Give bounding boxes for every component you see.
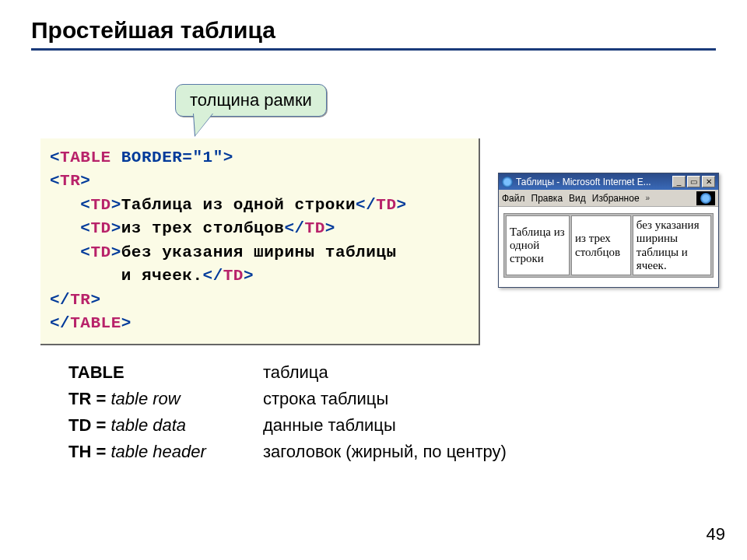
page-number: 49 (707, 524, 725, 544)
code-char: < (80, 243, 90, 261)
code-char: </ (50, 291, 70, 309)
glossary-row: TABLE таблица (68, 362, 507, 383)
code-char: </ (356, 196, 376, 214)
chevron-right-icon[interactable]: » (646, 194, 651, 202)
glossary-row: TH = table header заголовок (жирный, по … (68, 442, 507, 462)
code-char: > (397, 196, 407, 214)
code-char: > (111, 243, 121, 261)
glossary-row: TR = table row строка таблицы (68, 389, 507, 409)
table-cell: из трех столбцов (571, 215, 631, 275)
glossary: TABLE таблица TR = table row строка табл… (68, 362, 507, 468)
glossary-term: TR = (68, 389, 110, 408)
code-keyword: TD (90, 196, 110, 214)
code-keyword: TABLE (60, 149, 111, 166)
code-char: > (244, 267, 254, 285)
code-keyword: TABLE (70, 314, 121, 332)
glossary-term-en: table data (110, 415, 186, 435)
code-char: BORDER="1"> (111, 149, 233, 166)
code-keyword: TD (90, 219, 110, 237)
code-keyword: TR (60, 172, 80, 190)
code-char: < (50, 172, 60, 190)
code-block: <TABLE BORDER="1"> <TR> <TD>Таблица из о… (40, 138, 480, 345)
code-text: из трех столбцов (121, 219, 285, 237)
glossary-term-en: table header (110, 442, 205, 461)
code-keyword: TD (376, 196, 396, 214)
code-keyword: TD (305, 219, 325, 237)
browser-title: Таблицы - Microsoft Internet E... (516, 177, 671, 187)
browser-viewport: Таблица из одной строки из трех столбцов… (499, 207, 718, 287)
page-title: Простейшая таблица (31, 17, 716, 44)
glossary-row: TD = table data данные таблицы (68, 415, 507, 436)
window-close-button[interactable]: ✕ (702, 176, 715, 187)
window-maximize-button[interactable]: ▭ (687, 176, 700, 187)
rendered-table: Таблица из одной строки из трех столбцов… (503, 213, 714, 278)
glossary-term-en: table row (110, 389, 180, 408)
table-cell: Таблица из одной строки (506, 215, 570, 275)
ie-icon (502, 177, 513, 187)
throbber-icon (696, 191, 715, 205)
code-text: и ячеек. (121, 267, 203, 285)
code-char: </ (284, 219, 304, 237)
table-row: Таблица из одной строки из трех столбцов… (506, 215, 711, 275)
code-char: > (111, 196, 121, 214)
menu-view[interactable]: Вид (569, 193, 586, 204)
code-char: > (80, 172, 90, 190)
browser-menubar: Файл Правка Вид Избранное » (499, 190, 718, 207)
code-char: > (325, 219, 335, 237)
menu-favorites[interactable]: Избранное (592, 193, 640, 204)
code-keyword: TD (223, 267, 244, 285)
glossary-desc: данные таблицы (263, 415, 396, 436)
code-keyword: TD (90, 243, 110, 261)
code-char: < (50, 149, 60, 166)
code-text: без указания ширины таблицы (121, 243, 397, 261)
code-text: Таблица из одной строки (121, 196, 356, 214)
glossary-desc: заголовок (жирный, по центру) (263, 442, 507, 462)
code-char: > (111, 219, 121, 237)
menu-file[interactable]: Файл (502, 193, 525, 204)
glossary-desc: строка таблицы (263, 389, 388, 409)
glossary-term: TABLE (68, 362, 124, 382)
menu-edit[interactable]: Правка (531, 193, 563, 204)
code-char: </ (50, 314, 70, 332)
title-divider (31, 48, 716, 51)
browser-titlebar: Таблицы - Microsoft Internet E... _ ▭ ✕ (499, 173, 718, 190)
glossary-term: TH = (68, 442, 110, 461)
callout: толщина рамки (175, 84, 327, 117)
callout-label: толщина рамки (175, 84, 327, 117)
code-char: < (80, 219, 90, 237)
code-char: > (121, 314, 132, 332)
code-char: < (80, 196, 90, 214)
glossary-desc: таблица (263, 362, 328, 383)
code-char: > (90, 291, 100, 309)
glossary-term: TD = (68, 415, 110, 435)
table-cell: без указания ширины таблицы и ячеек. (633, 215, 711, 275)
code-keyword: TR (70, 291, 90, 309)
window-minimize-button[interactable]: _ (672, 176, 686, 187)
browser-window: Таблицы - Microsoft Internet E... _ ▭ ✕ … (498, 173, 719, 288)
code-char: </ (203, 267, 223, 285)
